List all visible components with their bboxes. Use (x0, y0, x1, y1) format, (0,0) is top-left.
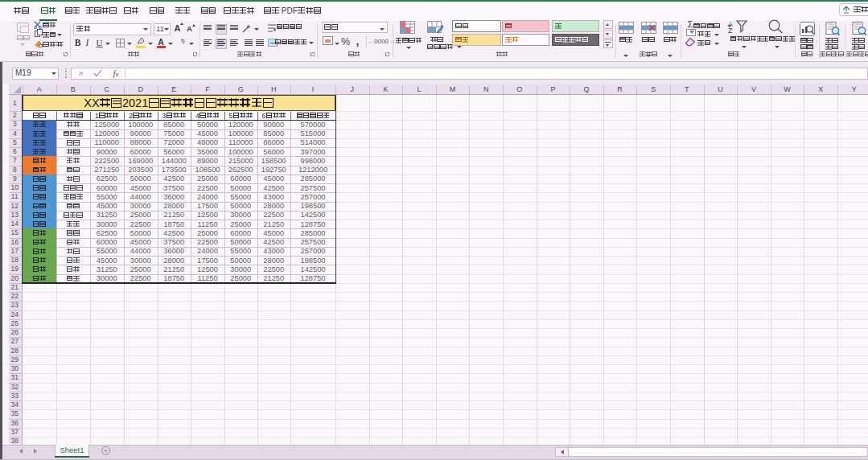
svg-text:Z: Z (728, 27, 733, 34)
